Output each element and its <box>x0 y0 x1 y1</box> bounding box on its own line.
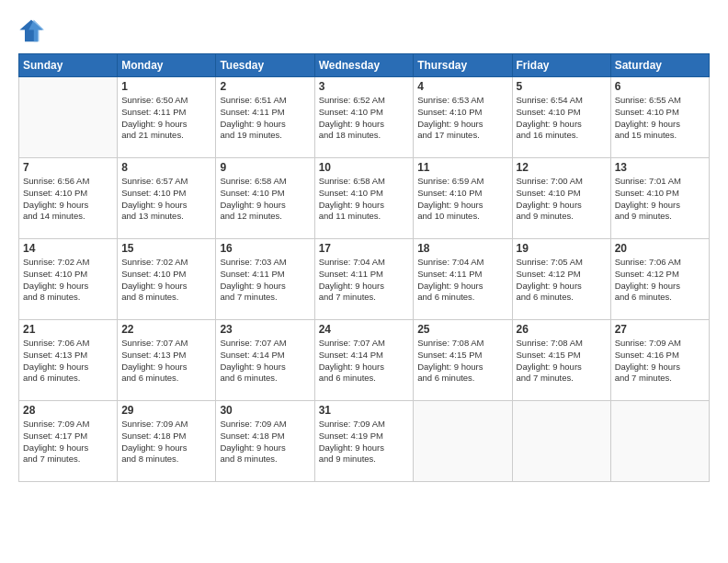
header-row: SundayMondayTuesdayWednesdayThursdayFrid… <box>19 54 710 77</box>
day-number: 16 <box>220 242 310 255</box>
day-number: 28 <box>23 404 113 417</box>
calendar-cell: 7Sunrise: 6:56 AMSunset: 4:10 PMDaylight… <box>19 158 118 239</box>
day-info: Sunrise: 7:06 AMSunset: 4:12 PMDaylight:… <box>615 257 705 304</box>
day-number: 24 <box>319 323 410 336</box>
week-row-1: 1Sunrise: 6:50 AMSunset: 4:11 PMDaylight… <box>19 77 710 158</box>
calendar-cell: 13Sunrise: 7:01 AMSunset: 4:10 PMDayligh… <box>610 158 709 239</box>
logo <box>18 18 48 44</box>
calendar-cell: 14Sunrise: 7:02 AMSunset: 4:10 PMDayligh… <box>19 239 118 320</box>
day-info: Sunrise: 7:07 AMSunset: 4:14 PMDaylight:… <box>319 338 410 385</box>
day-info: Sunrise: 7:04 AMSunset: 4:11 PMDaylight:… <box>417 257 507 304</box>
calendar-cell <box>19 77 118 158</box>
day-number: 2 <box>220 80 310 93</box>
calendar-cell: 8Sunrise: 6:57 AMSunset: 4:10 PMDaylight… <box>118 158 216 239</box>
header-day-friday: Friday <box>512 54 610 77</box>
calendar-cell: 12Sunrise: 7:00 AMSunset: 4:10 PMDayligh… <box>512 158 610 239</box>
day-number: 18 <box>417 242 507 255</box>
day-info: Sunrise: 7:02 AMSunset: 4:10 PMDaylight:… <box>121 257 211 304</box>
day-info: Sunrise: 7:09 AMSunset: 4:16 PMDaylight:… <box>615 338 705 385</box>
calendar-cell: 1Sunrise: 6:50 AMSunset: 4:11 PMDaylight… <box>118 77 216 158</box>
day-number: 23 <box>220 323 310 336</box>
calendar-cell: 29Sunrise: 7:09 AMSunset: 4:18 PMDayligh… <box>118 401 216 482</box>
day-number: 20 <box>615 242 705 255</box>
calendar-cell: 27Sunrise: 7:09 AMSunset: 4:16 PMDayligh… <box>610 320 709 401</box>
day-info: Sunrise: 7:02 AMSunset: 4:10 PMDaylight:… <box>23 257 113 304</box>
week-row-2: 7Sunrise: 6:56 AMSunset: 4:10 PMDaylight… <box>19 158 710 239</box>
day-number: 31 <box>319 404 410 417</box>
calendar-cell: 16Sunrise: 7:03 AMSunset: 4:11 PMDayligh… <box>216 239 314 320</box>
calendar-cell: 2Sunrise: 6:51 AMSunset: 4:11 PMDaylight… <box>216 77 314 158</box>
header-day-sunday: Sunday <box>19 54 118 77</box>
day-number: 9 <box>220 161 310 174</box>
day-number: 12 <box>517 161 607 174</box>
day-info: Sunrise: 7:00 AMSunset: 4:10 PMDaylight:… <box>517 176 607 223</box>
day-info: Sunrise: 6:58 AMSunset: 4:10 PMDaylight:… <box>319 176 410 223</box>
day-number: 8 <box>121 161 211 174</box>
calendar-cell: 24Sunrise: 7:07 AMSunset: 4:14 PMDayligh… <box>314 320 414 401</box>
day-info: Sunrise: 7:08 AMSunset: 4:15 PMDaylight:… <box>517 338 607 385</box>
day-info: Sunrise: 6:52 AMSunset: 4:10 PMDaylight:… <box>319 95 410 142</box>
day-info: Sunrise: 7:09 AMSunset: 4:17 PMDaylight:… <box>23 419 113 465</box>
day-info: Sunrise: 7:06 AMSunset: 4:13 PMDaylight:… <box>23 338 113 385</box>
day-info: Sunrise: 7:09 AMSunset: 4:18 PMDaylight:… <box>121 419 211 465</box>
header-day-wednesday: Wednesday <box>314 54 414 77</box>
calendar-cell: 4Sunrise: 6:53 AMSunset: 4:10 PMDaylight… <box>414 77 512 158</box>
calendar-cell: 15Sunrise: 7:02 AMSunset: 4:10 PMDayligh… <box>118 239 216 320</box>
calendar-cell: 20Sunrise: 7:06 AMSunset: 4:12 PMDayligh… <box>610 239 709 320</box>
day-info: Sunrise: 7:09 AMSunset: 4:19 PMDaylight:… <box>319 419 410 465</box>
calendar-cell: 5Sunrise: 6:54 AMSunset: 4:10 PMDaylight… <box>512 77 610 158</box>
calendar-cell: 21Sunrise: 7:06 AMSunset: 4:13 PMDayligh… <box>19 320 118 401</box>
header-day-monday: Monday <box>118 54 216 77</box>
calendar-cell <box>610 401 709 482</box>
calendar-cell: 30Sunrise: 7:09 AMSunset: 4:18 PMDayligh… <box>216 401 314 482</box>
day-info: Sunrise: 6:51 AMSunset: 4:11 PMDaylight:… <box>220 95 310 142</box>
header-day-saturday: Saturday <box>610 54 709 77</box>
day-info: Sunrise: 7:05 AMSunset: 4:12 PMDaylight:… <box>517 257 607 304</box>
calendar-body: 1Sunrise: 6:50 AMSunset: 4:11 PMDaylight… <box>19 77 710 482</box>
calendar-cell <box>414 401 512 482</box>
calendar-cell: 17Sunrise: 7:04 AMSunset: 4:11 PMDayligh… <box>314 239 414 320</box>
calendar-cell: 9Sunrise: 6:58 AMSunset: 4:10 PMDaylight… <box>216 158 314 239</box>
day-info: Sunrise: 6:58 AMSunset: 4:10 PMDaylight:… <box>220 176 310 223</box>
day-info: Sunrise: 6:56 AMSunset: 4:10 PMDaylight:… <box>23 176 113 223</box>
day-number: 30 <box>220 404 310 417</box>
day-info: Sunrise: 6:57 AMSunset: 4:10 PMDaylight:… <box>121 176 211 223</box>
header-day-thursday: Thursday <box>414 54 512 77</box>
day-number: 27 <box>615 323 705 336</box>
calendar-cell: 31Sunrise: 7:09 AMSunset: 4:19 PMDayligh… <box>314 401 414 482</box>
week-row-3: 14Sunrise: 7:02 AMSunset: 4:10 PMDayligh… <box>19 239 710 320</box>
day-info: Sunrise: 7:07 AMSunset: 4:13 PMDaylight:… <box>121 338 211 385</box>
day-number: 22 <box>121 323 211 336</box>
day-number: 25 <box>417 323 507 336</box>
day-info: Sunrise: 6:53 AMSunset: 4:10 PMDaylight:… <box>417 95 507 142</box>
day-number: 14 <box>23 242 113 255</box>
svg-marker-0 <box>19 19 42 41</box>
calendar-cell: 19Sunrise: 7:05 AMSunset: 4:12 PMDayligh… <box>512 239 610 320</box>
day-number: 6 <box>615 80 705 93</box>
day-number: 29 <box>121 404 211 417</box>
day-info: Sunrise: 6:54 AMSunset: 4:10 PMDaylight:… <box>517 95 607 142</box>
day-number: 19 <box>517 242 607 255</box>
day-number: 7 <box>23 161 113 174</box>
day-info: Sunrise: 7:01 AMSunset: 4:10 PMDaylight:… <box>615 176 705 223</box>
page: SundayMondayTuesdayWednesdayThursdayFrid… <box>0 0 728 563</box>
calendar-cell: 3Sunrise: 6:52 AMSunset: 4:10 PMDaylight… <box>314 77 414 158</box>
day-info: Sunrise: 7:09 AMSunset: 4:18 PMDaylight:… <box>220 419 310 465</box>
day-number: 26 <box>517 323 607 336</box>
day-number: 1 <box>121 80 211 93</box>
calendar-cell: 18Sunrise: 7:04 AMSunset: 4:11 PMDayligh… <box>414 239 512 320</box>
header <box>18 18 710 44</box>
calendar-cell: 28Sunrise: 7:09 AMSunset: 4:17 PMDayligh… <box>19 401 118 482</box>
calendar-cell: 10Sunrise: 6:58 AMSunset: 4:10 PMDayligh… <box>314 158 414 239</box>
logo-icon <box>18 18 44 44</box>
day-info: Sunrise: 7:08 AMSunset: 4:15 PMDaylight:… <box>417 338 507 385</box>
day-info: Sunrise: 7:04 AMSunset: 4:11 PMDaylight:… <box>319 257 410 304</box>
day-info: Sunrise: 7:03 AMSunset: 4:11 PMDaylight:… <box>220 257 310 304</box>
day-number: 15 <box>121 242 211 255</box>
day-number: 11 <box>417 161 507 174</box>
day-number: 21 <box>23 323 113 336</box>
day-info: Sunrise: 6:50 AMSunset: 4:11 PMDaylight:… <box>121 95 211 142</box>
day-number: 3 <box>319 80 410 93</box>
calendar-cell: 23Sunrise: 7:07 AMSunset: 4:14 PMDayligh… <box>216 320 314 401</box>
day-info: Sunrise: 6:55 AMSunset: 4:10 PMDaylight:… <box>615 95 705 142</box>
